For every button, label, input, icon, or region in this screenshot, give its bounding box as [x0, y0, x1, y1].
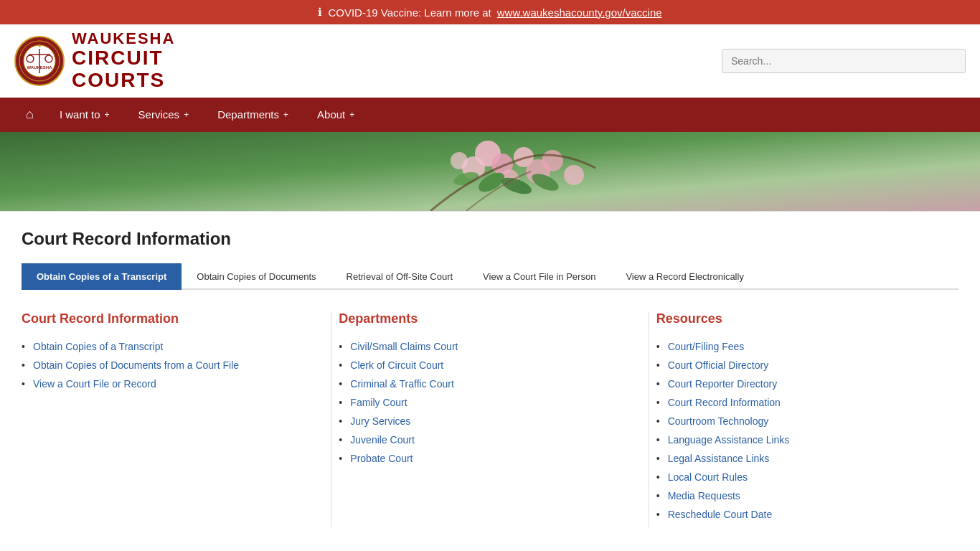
tab-obtain-copies-transcript[interactable]: Obtain Copies of a Transcript [22, 263, 182, 290]
nav-plus-departments: + [283, 110, 288, 120]
logo-area[interactable]: WAUKESHA ★ WAUKESHA CIRCUIT COURTS [14, 30, 175, 92]
header: WAUKESHA ★ WAUKESHA CIRCUIT COURTS [0, 24, 980, 98]
link-clerk-circuit-court[interactable]: Clerk of Circuit Court [350, 359, 443, 371]
columns-container: Court Record Information Obtain Copies o… [22, 311, 958, 527]
list-item: Courtroom Technology [656, 415, 944, 427]
nav-label-services: Services [138, 108, 180, 121]
nav-plus-i-want-to: + [105, 110, 110, 120]
list-item: Language Assistance Links [656, 434, 944, 446]
logo-courts: COURTS [72, 70, 175, 92]
divider-1 [331, 311, 331, 527]
svg-point-17 [542, 150, 563, 171]
nav-bar: ⌂ I want to + Services + Departments + A… [0, 98, 980, 132]
svg-text:WAUKESHA: WAUKESHA [27, 65, 52, 70]
logo-circuit: CIRCUIT [72, 47, 175, 70]
nav-plus-services: + [184, 110, 189, 120]
nav-label-departments: Departments [217, 108, 279, 121]
divider-2 [649, 311, 649, 527]
search-area [722, 49, 966, 73]
link-criminal-traffic[interactable]: Criminal & Traffic Court [350, 378, 453, 390]
link-family-court[interactable]: Family Court [350, 397, 407, 408]
tab-view-record-electronically[interactable]: View a Record Electronically [611, 263, 759, 290]
link-obtain-copies-documents[interactable]: Obtain Copies of Documents from a Court … [33, 359, 239, 371]
tab-view-court-file[interactable]: View a Court File in Person [468, 263, 611, 290]
list-item: Obtain Copies of a Transcript [22, 341, 309, 352]
list-item: Legal Assistance Links [656, 453, 944, 464]
svg-point-16 [451, 152, 468, 169]
column-departments: Departments Civil/Small Claims Court Cle… [339, 311, 641, 527]
list-item: Jury Services [339, 415, 626, 427]
tabs-container: Obtain Copies of a Transcript Obtain Cop… [22, 263, 958, 290]
list-item: Reschedule Court Date [656, 509, 944, 520]
alert-link[interactable]: www.waukeshacounty.gov/vaccine [497, 6, 662, 19]
link-court-record-information[interactable]: Court Record Information [668, 397, 781, 408]
nav-label-i-want-to: I want to [60, 108, 100, 121]
tab-retrieval-offsite[interactable]: Retrieval of Off-Site Court [331, 263, 468, 290]
link-legal-assistance[interactable]: Legal Assistance Links [668, 453, 770, 464]
list-item: Probate Court [339, 453, 626, 464]
hero-image [0, 132, 980, 211]
departments-list: Civil/Small Claims Court Clerk of Circui… [339, 341, 626, 464]
link-courtroom-technology[interactable]: Courtroom Technology [668, 415, 769, 427]
court-record-list: Obtain Copies of a Transcript Obtain Cop… [22, 341, 309, 390]
list-item: Media Requests [656, 490, 944, 501]
list-item: Local Court Rules [656, 471, 944, 483]
list-item: Court Official Directory [656, 359, 944, 371]
svg-text:★: ★ [37, 43, 42, 48]
list-item: View a Court File or Record [22, 378, 309, 390]
search-input[interactable] [722, 49, 966, 73]
link-local-court-rules[interactable]: Local Court Rules [668, 471, 748, 483]
nav-plus-about: + [349, 110, 354, 120]
page-title: Court Record Information [22, 229, 958, 249]
alert-banner: ℹ COVID-19 Vaccine: Learn more at www.wa… [0, 0, 980, 24]
list-item: Juvenile Court [339, 434, 626, 446]
link-media-requests[interactable]: Media Requests [668, 490, 740, 501]
nav-item-departments[interactable]: Departments + [203, 98, 303, 131]
list-item: Clerk of Circuit Court [339, 359, 626, 371]
column-court-record: Court Record Information Obtain Copies o… [22, 311, 324, 527]
link-court-filing-fees[interactable]: Court/Filing Fees [668, 341, 745, 352]
link-probate-court[interactable]: Probate Court [350, 453, 413, 464]
info-icon: ℹ [318, 6, 322, 19]
link-juvenile-court[interactable]: Juvenile Court [350, 434, 415, 446]
list-item: Family Court [339, 397, 626, 408]
link-court-reporter-directory[interactable]: Court Reporter Directory [668, 378, 778, 390]
column-resources: Resources Court/Filing Fees Court Offici… [656, 311, 958, 527]
nav-home-button[interactable]: ⌂ [14, 98, 45, 131]
link-language-assistance[interactable]: Language Assistance Links [668, 434, 790, 446]
resources-list: Court/Filing Fees Court Official Directo… [656, 341, 944, 520]
logo-text: WAUKESHA CIRCUIT COURTS [72, 30, 175, 92]
list-item: Criminal & Traffic Court [339, 378, 626, 390]
link-jury-services[interactable]: Jury Services [350, 415, 410, 427]
nav-item-services[interactable]: Services + [124, 98, 204, 131]
link-reschedule-court-date[interactable]: Reschedule Court Date [668, 509, 773, 520]
list-item: Civil/Small Claims Court [339, 341, 626, 352]
tab-obtain-copies-documents[interactable]: Obtain Copies of Documents [182, 263, 331, 290]
column-title-court-record: Court Record Information [22, 311, 309, 329]
svg-point-18 [564, 165, 584, 185]
list-item: Court Reporter Directory [656, 378, 944, 390]
link-court-official-directory[interactable]: Court Official Directory [668, 359, 769, 371]
list-item: Obtain Copies of Documents from a Court … [22, 359, 309, 371]
nav-label-about: About [317, 108, 345, 121]
link-civil-small-claims[interactable]: Civil/Small Claims Court [350, 341, 458, 352]
nav-item-i-want-to[interactable]: I want to + [45, 98, 124, 131]
link-obtain-copies-transcript[interactable]: Obtain Copies of a Transcript [33, 341, 163, 352]
alert-text: COVID-19 Vaccine: Learn more at [328, 6, 491, 19]
logo-waukesha: WAUKESHA [72, 30, 175, 47]
column-title-departments: Departments [339, 311, 626, 329]
hero-svg [0, 132, 980, 211]
list-item: Court/Filing Fees [656, 341, 944, 352]
list-item: Court Record Information [656, 397, 944, 408]
main-content: Court Record Information Obtain Copies o… [0, 211, 980, 545]
column-title-resources: Resources [656, 311, 944, 329]
nav-item-about[interactable]: About + [303, 98, 369, 131]
court-seal: WAUKESHA ★ [14, 36, 65, 86]
link-view-court-file[interactable]: View a Court File or Record [33, 378, 156, 390]
